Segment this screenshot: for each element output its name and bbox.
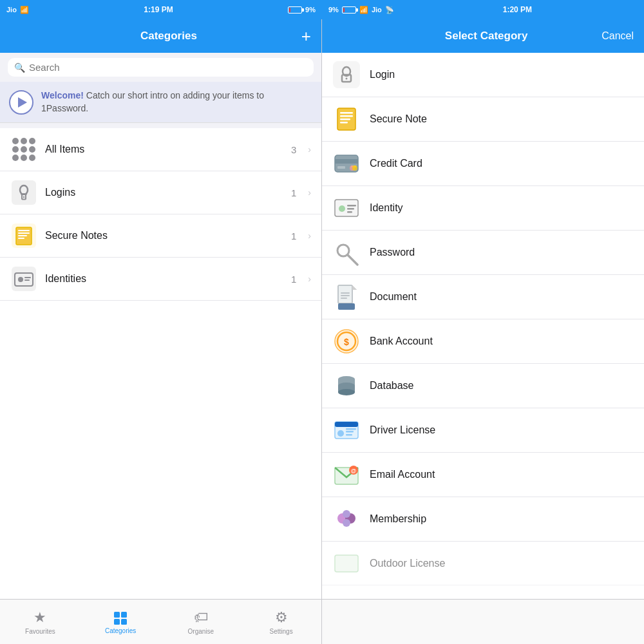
driver-license-label: Driver License	[370, 424, 435, 436]
add-button[interactable]: +	[301, 28, 311, 44]
tab-settings[interactable]: ⚙ Settings	[241, 609, 321, 635]
logins-count: 1	[291, 187, 296, 198]
carrier-right: Jio	[372, 6, 382, 14]
time-left: 1:19 PM	[32, 5, 285, 14]
left-header: Categories +	[0, 19, 321, 53]
tab-categories[interactable]: Categories	[80, 610, 161, 634]
identity-label: Identity	[370, 202, 403, 214]
carrier-left: Jio	[6, 6, 17, 14]
email-account-icon: @	[332, 460, 361, 489]
cancel-button[interactable]: Cancel	[601, 30, 634, 42]
select-membership[interactable]: Membership	[322, 497, 644, 542]
select-driver-license[interactable]: Driver License	[322, 408, 644, 453]
category-secure-notes[interactable]: Secure Notes 1 ›	[0, 214, 321, 258]
search-wrapper[interactable]: 🔍	[8, 58, 314, 77]
svg-point-23	[346, 78, 348, 80]
grid-icon	[12, 138, 35, 161]
identities-label: Identities	[45, 273, 283, 285]
tab-organise-label: Organise	[188, 628, 214, 635]
tab-organise[interactable]: 🏷 Organise	[161, 609, 242, 635]
database-icon	[332, 372, 361, 400]
logins-label: Logins	[45, 187, 283, 198]
all-items-label: All Items	[45, 144, 283, 155]
identity-icon	[332, 194, 361, 222]
wifi-icon-left: 📶	[20, 6, 29, 14]
svg-rect-10	[18, 238, 24, 239]
play-button[interactable]	[9, 90, 33, 115]
category-identities[interactable]: Identities 1 ›	[0, 258, 321, 301]
membership-icon	[332, 505, 361, 533]
svg-rect-31	[337, 166, 345, 169]
svg-rect-35	[335, 200, 358, 216]
select-login[interactable]: Login	[322, 53, 644, 97]
battery-pct-left: 9%	[305, 6, 316, 14]
select-document[interactable]: Document	[322, 275, 644, 319]
tab-favourites[interactable]: ★ Favourites	[0, 609, 80, 635]
category-all-items[interactable]: All Items 3 ›	[0, 128, 321, 171]
svg-rect-46	[341, 295, 350, 296]
svg-rect-62	[346, 434, 352, 436]
right-header: Select Category Cancel	[322, 19, 644, 53]
database-label: Database	[370, 380, 414, 392]
svg-rect-61	[346, 431, 354, 433]
identities-icon	[10, 265, 37, 292]
svg-point-68	[343, 510, 350, 518]
chevron-icon: ›	[308, 231, 311, 241]
secure-note-label: Secure Note	[370, 113, 427, 125]
star-icon: ★	[33, 609, 46, 626]
battery-pct-right: 9%	[328, 6, 339, 14]
welcome-banner[interactable]: Welcome! Catch our short intro on adding…	[0, 82, 321, 123]
category-logins[interactable]: Logins 1 ›	[0, 171, 321, 214]
svg-rect-70	[335, 555, 358, 572]
svg-rect-37	[347, 205, 356, 207]
select-secure-note[interactable]: Secure Note	[322, 97, 644, 142]
select-password[interactable]: Password	[322, 231, 644, 275]
bank-account-icon: $	[332, 327, 361, 355]
svg-rect-45	[341, 292, 350, 294]
all-items-count: 3	[291, 144, 296, 155]
svg-text:@: @	[351, 468, 357, 474]
select-identity[interactable]: Identity	[322, 186, 644, 231]
search-bar: 🔍	[0, 53, 321, 82]
select-email-account[interactable]: @ Email Account	[322, 453, 644, 497]
svg-rect-25	[340, 112, 353, 114]
svg-point-69	[343, 519, 350, 527]
right-panel: Select Category Cancel Login	[322, 19, 644, 644]
categories-title: Categories	[36, 30, 301, 43]
status-bar-right: 9% 📶 Jio 📡 1:20 PM	[322, 0, 644, 19]
tab-favourites-label: Favourites	[25, 628, 55, 635]
login-icon	[332, 61, 361, 89]
wifi-icon-right: 📡	[385, 6, 394, 14]
svg-rect-17	[121, 612, 127, 618]
select-credit-card[interactable]: Credit Card	[322, 142, 644, 186]
svg-rect-42	[338, 285, 352, 303]
svg-rect-27	[340, 118, 350, 120]
svg-rect-7	[18, 230, 30, 231]
search-input[interactable]	[29, 62, 307, 73]
search-icon: 🔍	[14, 62, 25, 73]
svg-rect-58	[335, 422, 358, 427]
select-bank-account[interactable]: $ Bank Account	[322, 319, 644, 364]
left-panel: Categories + 🔍 Welcome! Catch our short …	[0, 19, 322, 644]
select-outdoor-license[interactable]: Outdoor License	[322, 542, 644, 585]
svg-rect-9	[18, 235, 27, 236]
credit-card-icon	[332, 149, 361, 178]
signal-right: 📶	[359, 6, 368, 14]
select-database[interactable]: Database	[322, 364, 644, 408]
document-label: Document	[370, 291, 417, 303]
tab-settings-label: Settings	[270, 628, 293, 635]
tab-categories-label: Categories	[105, 627, 136, 634]
svg-rect-28	[340, 122, 348, 124]
svg-text:$: $	[344, 337, 349, 347]
categories-tab-icon	[113, 610, 128, 625]
status-bar-left: Jio 📶 1:19 PM 9%	[0, 0, 322, 19]
time-right: 1:20 PM	[397, 5, 638, 14]
svg-rect-47	[341, 298, 347, 299]
svg-rect-38	[347, 208, 354, 210]
svg-point-59	[337, 430, 344, 437]
svg-rect-30	[335, 159, 358, 164]
outdoor-license-label: Outdoor License	[370, 558, 445, 569]
email-account-label: Email Account	[370, 469, 435, 480]
chevron-icon: ›	[308, 187, 311, 198]
secure-notes-label: Secure Notes	[45, 230, 283, 242]
